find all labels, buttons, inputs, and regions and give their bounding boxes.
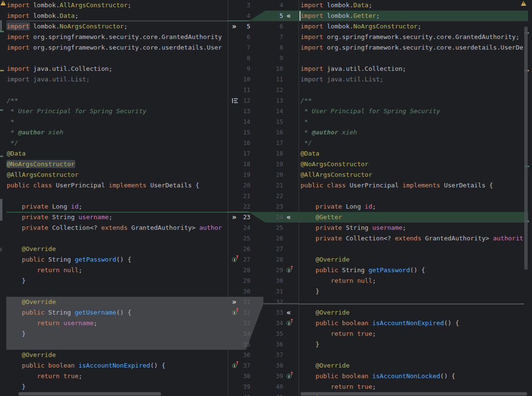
apply-change-left-icon[interactable]: « [286,309,291,317]
code-line[interactable]: @Override [299,254,532,265]
code-line[interactable]: * [299,117,532,127]
code-line[interactable]: } [299,339,532,350]
code-line[interactable]: import lombok.Getter; [299,11,532,21]
code-line[interactable] [299,297,532,307]
code-line[interactable]: @Data [0,148,228,159]
code-line[interactable]: } [0,276,228,286]
code-line[interactable] [0,339,228,350]
implement-method-icon[interactable]: I↑ [286,373,292,379]
code-line[interactable] [299,85,532,95]
left-line-number: 26 [242,244,250,254]
code-line[interactable]: private Collection<? extends GrantedAuth… [299,233,532,244]
code-line[interactable]: import java.util.List; [0,74,228,85]
code-token: extends [395,235,425,242]
code-line[interactable]: } [0,329,228,339]
code-line[interactable]: */ [299,138,532,148]
diff-insert-anchor-line [6,21,228,22]
implement-method-icon[interactable]: I↑ [286,267,292,273]
code-line[interactable]: return null; [0,265,228,276]
code-line[interactable]: private Collection<? extends GrantedAuth… [0,223,228,233]
code-line[interactable] [0,85,228,95]
code-line[interactable]: public boolean isAccountNonLocked() { [299,371,532,382]
code-line[interactable]: public String getPassword() { [299,265,532,276]
code-line[interactable]: } [299,286,532,297]
code-line[interactable]: import lombok.Data; [0,11,228,21]
code-line[interactable]: import lombok.NoArgsConstructor; [0,21,228,32]
code-line[interactable]: import java.util.List; [299,74,532,85]
code-token: Data [354,1,368,9]
code-line[interactable]: private String username; [299,223,532,233]
implement-method-icon[interactable]: I↑ [232,257,238,263]
code-line[interactable]: return null; [299,276,532,286]
code-line[interactable]: /** [299,95,532,106]
code-line[interactable]: * @author xieh [0,127,228,138]
code-line[interactable] [0,286,228,297]
gutter-row: 2930 [228,276,299,286]
code-line[interactable]: @Data [299,148,532,159]
code-line[interactable]: return true; [299,382,532,392]
gutter-row: 1213 [228,95,299,106]
code-line[interactable]: private String username; [0,212,228,223]
code-line[interactable]: import lombok.NoArgsConstructor; [299,21,532,32]
right-editor[interactable]: import lombok.Data;import lombok.Getter;… [299,0,532,396]
code-line[interactable] [299,53,532,64]
apply-change-left-icon[interactable]: « [286,13,291,20]
code-line[interactable]: @Getter [299,212,532,223]
code-line[interactable]: private Long id; [0,201,228,212]
apply-change-left-icon[interactable]: « [286,214,291,221]
code-line[interactable]: @Override [0,244,228,254]
code-line[interactable]: public class UserPrincipal implements Us… [0,180,228,191]
code-line[interactable] [299,191,532,201]
right-horizontal-scrollbar[interactable] [300,392,527,396]
code-line[interactable] [0,53,228,64]
code-token: ; [79,372,82,380]
code-line[interactable]: */ [0,138,228,148]
code-line[interactable]: import java.util.Collection; [299,64,532,74]
left-horizontal-scrollbar[interactable] [18,392,161,396]
code-line[interactable]: @Override [299,307,532,318]
code-line[interactable]: return true; [299,329,532,339]
code-line[interactable]: } [0,382,228,392]
code-line[interactable]: import org.springframework.security.core… [0,42,228,53]
code-line[interactable]: public boolean isAccountNonExpired() { [0,360,228,371]
code-line[interactable]: @Override [0,350,228,360]
code-line[interactable]: @AllArgsConstructor [299,170,532,180]
code-line[interactable]: @Override [0,297,228,307]
apply-change-right-icon[interactable]: » [232,23,236,30]
code-line[interactable] [0,233,228,244]
code-line[interactable]: @NoArgsConstructor [299,159,532,170]
code-line[interactable]: @NoArgsConstructor [0,159,228,170]
code-line[interactable]: /** [0,95,228,106]
code-line[interactable]: * @author xieh [299,127,532,138]
code-line[interactable] [299,350,532,360]
code-line[interactable]: return username; [0,318,228,329]
code-line[interactable]: @Override [299,360,532,371]
code-line[interactable]: import lombok.Data; [299,0,532,11]
code-line[interactable]: * User Principal for Spring Security [0,106,228,117]
code-line[interactable]: * User Principal for Spring Security [299,106,532,117]
left-editor[interactable]: import lombok.AllArgsConstructor;import … [0,0,228,396]
apply-change-right-icon[interactable]: » [232,214,236,221]
code-line[interactable]: import org.springframework.security.core… [0,32,228,42]
code-line[interactable] [0,191,228,201]
code-line[interactable]: public String getUsername() { [0,307,228,318]
right-vertical-scrollbar[interactable] [524,26,528,270]
implement-method-icon[interactable]: I↑ [232,363,238,369]
code-line[interactable]: private Long id; [299,201,532,212]
code-line[interactable]: @AllArgsConstructor [0,170,228,180]
code-line[interactable] [299,244,532,254]
apply-change-right-icon[interactable]: » [232,299,236,306]
code-line[interactable]: public String getPassword() { [0,254,228,265]
code-token: Long [346,203,365,210]
implement-method-icon[interactable]: I↑ [286,320,292,326]
implement-method-icon[interactable]: I↑ [232,310,238,316]
code-line[interactable]: import lombok.AllArgsConstructor; [0,0,228,11]
code-line[interactable]: return true; [0,371,228,382]
left-line-number: 18 [242,159,250,170]
code-line[interactable]: public class UserPrincipal implements Us… [299,180,532,191]
code-line[interactable]: import org.springframework.security.core… [299,42,532,53]
code-line[interactable]: * [0,117,228,127]
code-line[interactable]: public boolean isAccountNonExpired() { [299,318,532,329]
code-line[interactable]: import org.springframework.security.core… [299,32,532,42]
code-line[interactable]: import java.util.Collection; [0,64,228,74]
